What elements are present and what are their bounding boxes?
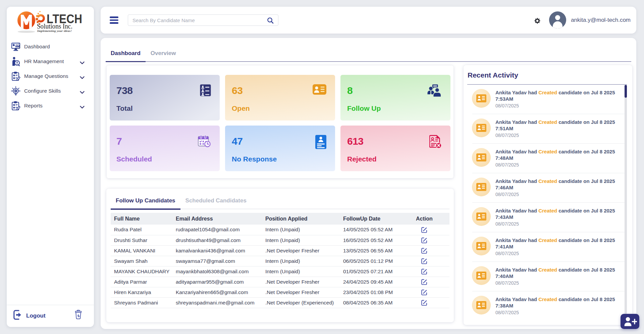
activity-item[interactable]: Ankita Yadav had Created candidate on Ju…: [464, 144, 625, 173]
stat-value: 8: [347, 85, 353, 96]
activity-item[interactable]: Ankita Yadav had Created candidate on Ju…: [464, 203, 625, 232]
table-row: MAYANK CHAUDHARY mayankbhatol6308@gmail.…: [111, 266, 449, 277]
id-card-icon: [476, 183, 486, 191]
recent-activity-title: Recent Activity: [468, 71, 518, 79]
sidebar-item-configure-skills[interactable]: Configure Skills: [7, 84, 94, 98]
tab-followup-candidates[interactable]: Follow Up Candidates: [111, 193, 180, 208]
tab-overview[interactable]: Overview: [146, 46, 181, 61]
stat-label: Rejected: [347, 155, 377, 163]
hr-management-icon: [11, 57, 20, 66]
table-row: Swayam Shah swayamsa77@gmail.com Intern …: [111, 256, 449, 266]
sidebar-item-dashboard[interactable]: Dashboard: [7, 39, 94, 54]
main-tab-bar: Dashboard Overview: [106, 46, 631, 62]
stat-label: Total: [116, 104, 133, 112]
edit-icon[interactable]: [421, 300, 427, 306]
stat-card-rejected: 613 Rejected: [340, 126, 450, 171]
candidates-table: Full Name Email Address Position Applied…: [111, 213, 449, 308]
search-icon[interactable]: [267, 17, 274, 26]
table-row: Hiren Kanzariya Kanzariyahiren665@gmail.…: [111, 287, 449, 297]
tab-dashboard[interactable]: Dashboard: [106, 46, 146, 61]
user-email[interactable]: ankita.y@mol-tech.com: [571, 17, 631, 23]
cell-date: 13/05/2025 06:55 AM: [343, 245, 416, 256]
cell-action: [416, 287, 449, 297]
cell-fullname: Hiren Kanzariya: [111, 287, 176, 297]
activity-item[interactable]: Ankita Yadav had Created candidate on Ju…: [464, 173, 625, 203]
company-logo: LTECH Solutions Inc. Implementing your i…: [13, 10, 89, 40]
search-box: [128, 14, 278, 26]
activity-scrollbar[interactable]: [625, 85, 627, 318]
activity-list: Ankita Yadav had Created candidate on Ju…: [464, 85, 625, 319]
cell-date: 24/04/2025 09:45 AM: [343, 277, 416, 287]
table-row: Drushti Suthar drushtisuthar49@gmail.com…: [111, 235, 449, 245]
cell-fullname: Drushti Suthar: [111, 235, 176, 245]
activity-date: 08/07/2025: [495, 221, 519, 227]
activity-avatar: [472, 118, 491, 137]
column-header-email: Email Address: [176, 213, 265, 225]
edit-icon[interactable]: [421, 237, 427, 243]
stat-label: Open: [232, 104, 250, 112]
edit-icon[interactable]: [421, 289, 427, 295]
activity-date: 08/07/2025: [495, 280, 519, 286]
activity-date: 08/07/2025: [495, 133, 519, 138]
activity-date: 08/07/2025: [495, 251, 519, 256]
cell-position: Intern (Unpaid): [265, 256, 343, 266]
sidebar-menu: Dashboard HR Management: [7, 39, 94, 113]
activity-text: Ankita Yadav had Created candidate on Ju…: [495, 237, 620, 250]
activity-item[interactable]: Ankita Yadav had Created candidate on Ju…: [464, 114, 625, 144]
activity-avatar: [472, 207, 491, 226]
recycle-bin-icon[interactable]: [75, 310, 82, 321]
cell-email: adityaparmar955@gmail.com: [176, 277, 265, 287]
cell-position: Intern (Unpaid): [265, 266, 343, 277]
stat-label: No Response: [232, 155, 277, 163]
tab-scheduled-candidates[interactable]: Scheduled Candidates: [180, 193, 252, 208]
edit-icon[interactable]: [421, 279, 427, 285]
person-plus-icon: [623, 317, 637, 326]
contact-list-icon: [200, 84, 211, 98]
edit-icon[interactable]: [421, 248, 427, 254]
reports-icon: [11, 101, 20, 110]
menu-toggle-icon[interactable]: [110, 16, 118, 24]
edit-icon[interactable]: [421, 258, 427, 264]
activity-item[interactable]: Ankita Yadav had Created candidate on Ju…: [464, 85, 625, 114]
activity-item[interactable]: Ankita Yadav had Created candidate on Ju…: [464, 262, 625, 291]
cell-position: .Net Developer (Experienced): [265, 297, 343, 308]
activity-item[interactable]: Ankita Yadav had Created candidate on Ju…: [464, 291, 625, 319]
cell-position: .Net Developer Fresher: [265, 245, 343, 256]
activity-text: Ankita Yadav had Created candidate on Ju…: [495, 119, 620, 132]
cell-fullname: Aditya Parmar: [111, 277, 176, 287]
stat-card-open: 63 Open: [225, 75, 335, 121]
activity-avatar: [472, 178, 491, 196]
activity-avatar: [472, 266, 491, 285]
sidebar: LTECH Solutions Inc. Implementing your i…: [7, 7, 94, 327]
activity-item[interactable]: Ankita Yadav had Created candidate on Ju…: [464, 232, 625, 262]
recent-activity-panel: Recent Activity: [464, 65, 632, 325]
cell-email: mayankbhatol6308@gmail.com: [176, 266, 265, 277]
cell-position: .Net Developer Fresher: [265, 277, 343, 287]
cell-action: [416, 245, 449, 256]
cell-fullname: MAYANK CHAUDHARY: [111, 266, 176, 277]
activity-text: Ankita Yadav had Created candidate on Ju…: [495, 207, 620, 220]
gear-icon[interactable]: [534, 18, 540, 25]
activity-text: Ankita Yadav had Created candidate on Ju…: [495, 89, 620, 102]
table-header-row: Full Name Email Address Position Applied…: [111, 213, 449, 225]
column-header-date: FollowUp Date: [343, 213, 416, 225]
cell-email: swayamsa77@gmail.com: [176, 256, 265, 266]
activity-date: 08/07/2025: [495, 310, 519, 315]
stat-value: 7: [116, 136, 122, 147]
id-badge-icon: [315, 135, 326, 150]
sidebar-item-hr-management[interactable]: HR Management: [7, 54, 94, 69]
user-avatar[interactable]: [549, 11, 566, 29]
sidebar-item-manage-questions[interactable]: Manage Questions: [7, 69, 94, 84]
edit-icon[interactable]: [421, 269, 427, 275]
logo-shadow: [18, 31, 35, 33]
add-candidate-button[interactable]: [621, 314, 639, 329]
people-chat-icon: [427, 84, 442, 98]
search-input[interactable]: [128, 15, 278, 26]
sidebar-item-reports[interactable]: Reports: [7, 98, 94, 113]
column-header-action: Action: [416, 213, 449, 225]
rejected-doc-icon: [429, 135, 442, 150]
logout-label: Logout: [26, 313, 46, 319]
cell-date: 08/04/2025 06:35 AM: [343, 297, 416, 308]
activity-text: Ankita Yadav had Created candidate on Ju…: [495, 296, 620, 309]
edit-icon[interactable]: [421, 227, 427, 233]
